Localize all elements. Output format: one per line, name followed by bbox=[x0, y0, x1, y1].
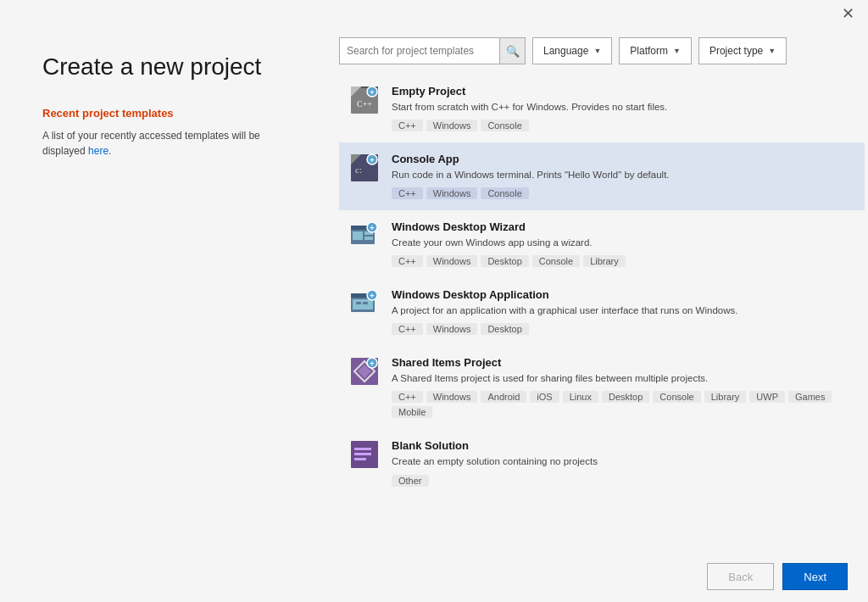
title-bar: ✕ bbox=[0, 0, 868, 27]
svg-rect-22 bbox=[363, 302, 368, 304]
template-info-shared-items: Shared Items Project A Shared Items proj… bbox=[392, 356, 851, 418]
template-item-windows-desktop-wizard[interactable]: + Windows Desktop Wizard Create your own… bbox=[339, 210, 865, 278]
template-icon-console-app: c: + bbox=[349, 153, 380, 183]
tag-console: Console bbox=[653, 391, 700, 403]
template-icon-empty-project: C++ + bbox=[349, 85, 380, 115]
tag-mobile: Mobile bbox=[392, 406, 432, 418]
template-name-console-app: Console App bbox=[392, 153, 851, 165]
template-tags-windows-desktop-app: C++WindowsDesktop bbox=[392, 323, 851, 335]
template-name-shared-items: Shared Items Project bbox=[392, 356, 851, 369]
main-window: ✕ Create a new project Recent project te… bbox=[0, 0, 868, 602]
close-button[interactable]: ✕ bbox=[834, 0, 861, 27]
tag-windows: Windows bbox=[426, 391, 478, 403]
template-icon-windows-desktop-wizard: + bbox=[349, 220, 380, 251]
search-button[interactable]: 🔍 bbox=[499, 38, 525, 64]
svg-rect-33 bbox=[354, 458, 366, 460]
template-name-windows-desktop-wizard: Windows Desktop Wizard bbox=[392, 220, 851, 233]
next-button[interactable]: Next bbox=[782, 563, 848, 590]
tag-desktop: Desktop bbox=[602, 391, 649, 403]
svg-text:c:: c: bbox=[355, 164, 362, 175]
svg-text:+: + bbox=[370, 156, 374, 164]
template-desc-empty-project: Start from scratch with C++ for Windows.… bbox=[392, 100, 851, 114]
template-icon-blank-solution bbox=[349, 439, 380, 470]
left-panel: Create a new project Recent project temp… bbox=[0, 27, 339, 551]
content-area: Create a new project Recent project temp… bbox=[0, 27, 868, 551]
tag-library: Library bbox=[583, 255, 626, 267]
recent-desc-link[interactable]: here bbox=[88, 145, 108, 157]
tag-windows: Windows bbox=[426, 120, 478, 131]
tag-windows: Windows bbox=[426, 323, 478, 335]
template-item-empty-project[interactable]: C++ + Empty Project Start from scratch w… bbox=[339, 75, 865, 142]
recent-desc: A list of your recently accessed templat… bbox=[42, 128, 305, 159]
tag-c++: C++ bbox=[392, 120, 423, 131]
svg-rect-31 bbox=[354, 448, 371, 450]
template-name-blank-solution: Blank Solution bbox=[392, 439, 851, 452]
tag-c++: C++ bbox=[392, 391, 423, 403]
template-tags-windows-desktop-wizard: C++WindowsDesktopConsoleLibrary bbox=[392, 255, 851, 267]
template-tags-shared-items: C++WindowsAndroidiOSLinuxDesktopConsoleL… bbox=[392, 391, 851, 418]
tag-desktop: Desktop bbox=[481, 255, 528, 267]
tag-ios: iOS bbox=[530, 391, 559, 403]
template-info-blank-solution: Blank Solution Create an empty solution … bbox=[392, 439, 851, 486]
platform-dropdown[interactable]: Platform ▼ bbox=[619, 37, 692, 64]
template-name-windows-desktop-app: Windows Desktop Application bbox=[392, 288, 851, 301]
language-chevron-icon: ▼ bbox=[593, 47, 601, 55]
tag-console: Console bbox=[481, 187, 528, 199]
project-type-label: Project type bbox=[709, 45, 763, 57]
tag-c++: C++ bbox=[392, 323, 423, 335]
template-item-blank-solution[interactable]: Blank Solution Create an empty solution … bbox=[339, 429, 865, 497]
template-tags-console-app: C++WindowsConsole bbox=[392, 187, 851, 199]
template-icon-windows-desktop-app: + bbox=[349, 288, 380, 319]
template-item-windows-desktop-app[interactable]: + Windows Desktop Application A project … bbox=[339, 278, 865, 346]
tag-library: Library bbox=[704, 391, 747, 403]
recent-desc-end: . bbox=[108, 145, 111, 157]
recent-desc-text2: displayed bbox=[42, 145, 88, 157]
template-info-windows-desktop-wizard: Windows Desktop Wizard Create your own W… bbox=[392, 220, 851, 267]
template-item-shared-items[interactable]: + Shared Items Project A Shared Items pr… bbox=[339, 346, 865, 429]
svg-rect-20 bbox=[353, 299, 373, 309]
svg-text:+: + bbox=[370, 88, 374, 97]
tag-desktop: Desktop bbox=[481, 323, 528, 335]
template-info-windows-desktop-app: Windows Desktop Application A project fo… bbox=[392, 288, 851, 335]
tag-other: Other bbox=[392, 475, 429, 487]
svg-rect-15 bbox=[364, 237, 373, 240]
back-button[interactable]: Back bbox=[707, 563, 774, 590]
tag-c++: C++ bbox=[392, 255, 423, 267]
recent-desc-text1: A list of your recently accessed templat… bbox=[42, 130, 260, 142]
tag-console: Console bbox=[532, 255, 580, 267]
page-title: Create a new project bbox=[42, 53, 305, 81]
template-name-empty-project: Empty Project bbox=[392, 85, 851, 98]
language-label: Language bbox=[543, 45, 588, 57]
template-item-console-app[interactable]: c: + Console App Run code in a Windows t… bbox=[339, 142, 865, 210]
tag-linux: Linux bbox=[563, 391, 598, 403]
template-info-empty-project: Empty Project Start from scratch with C+… bbox=[392, 85, 851, 131]
tag-uwp: UWP bbox=[749, 391, 785, 403]
project-type-dropdown[interactable]: Project type ▼ bbox=[698, 37, 787, 64]
language-dropdown[interactable]: Language ▼ bbox=[532, 37, 612, 64]
svg-text:+: + bbox=[370, 292, 374, 300]
tag-android: Android bbox=[481, 391, 526, 403]
template-desc-windows-desktop-app: A project for an application with a grap… bbox=[392, 304, 851, 317]
svg-rect-32 bbox=[354, 453, 371, 455]
svg-text:+: + bbox=[370, 224, 374, 232]
svg-text:+: + bbox=[370, 360, 374, 368]
templates-list: C++ + Empty Project Start from scratch w… bbox=[339, 75, 868, 551]
template-icon-shared-items: + bbox=[349, 356, 380, 387]
svg-text:C++: C++ bbox=[357, 99, 372, 109]
right-panel: 🔍 Language ▼ Platform ▼ Project type ▼ bbox=[339, 27, 868, 551]
svg-rect-13 bbox=[353, 231, 363, 240]
search-input[interactable] bbox=[340, 38, 499, 64]
template-desc-windows-desktop-wizard: Create your own Windows app using a wiza… bbox=[392, 236, 851, 249]
template-tags-blank-solution: Other bbox=[392, 475, 851, 487]
template-desc-blank-solution: Create an empty solution containing no p… bbox=[392, 454, 851, 468]
template-desc-console-app: Run code in a Windows terminal. Prints "… bbox=[392, 168, 851, 181]
search-box: 🔍 bbox=[339, 37, 526, 64]
platform-label: Platform bbox=[630, 45, 668, 57]
tag-console: Console bbox=[481, 120, 528, 131]
project-type-chevron-icon: ▼ bbox=[768, 47, 776, 55]
template-desc-shared-items: A Shared Items project is used for shari… bbox=[392, 371, 851, 385]
footer: Back Next bbox=[0, 551, 868, 602]
tag-games: Games bbox=[788, 391, 832, 403]
toolbar: 🔍 Language ▼ Platform ▼ Project type ▼ bbox=[339, 27, 868, 75]
svg-rect-21 bbox=[356, 302, 361, 304]
